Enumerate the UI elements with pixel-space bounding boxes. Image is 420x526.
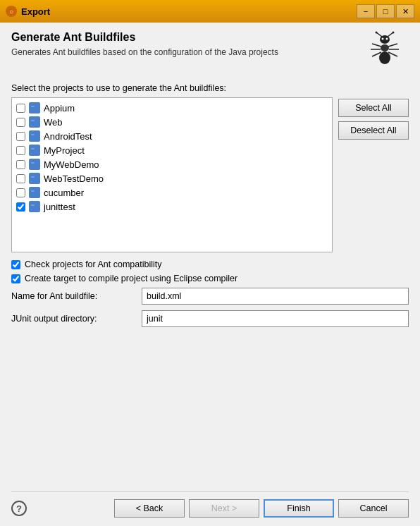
svg-point-7 — [393, 32, 395, 34]
svg-rect-29 — [31, 190, 35, 192]
project-icon — [29, 187, 40, 198]
project-icon — [29, 173, 40, 184]
project-name: cucumber — [44, 188, 84, 198]
svg-rect-21 — [31, 134, 35, 135]
create-target-checkbox[interactable] — [11, 274, 20, 283]
select-all-button[interactable]: Select All — [338, 99, 409, 117]
svg-rect-19 — [31, 120, 35, 121]
project-name: MyWebDemo — [44, 159, 99, 170]
project-icon — [29, 102, 40, 114]
projects-buttons: Select All Deselect All — [338, 97, 409, 252]
section-label: Select the projects to use to generate t… — [11, 83, 409, 93]
create-target-row: Create target to compile project using E… — [11, 274, 409, 283]
title-bar-left: ○ Export — [6, 6, 50, 17]
svg-point-3 — [379, 51, 390, 64]
list-item[interactable]: MyWebDemo — [16, 157, 328, 171]
minimize-button[interactable]: − — [357, 4, 375, 18]
list-item[interactable]: AndroidTest — [16, 129, 328, 143]
list-item[interactable]: MyProject — [16, 143, 328, 157]
project-name: AndroidTest — [44, 131, 92, 142]
buildfile-label: Name for Ant buildfile: — [11, 291, 142, 301]
project-icon — [29, 201, 40, 212]
svg-point-14 — [382, 38, 384, 40]
check-compatibility-row: Check projects for Ant compatibility — [11, 259, 409, 269]
svg-point-5 — [376, 32, 378, 34]
project-name: Appium — [44, 103, 75, 114]
buildfile-input[interactable] — [142, 288, 409, 305]
ant-svg — [364, 31, 406, 73]
project-name: Web — [44, 117, 63, 128]
project-icon — [29, 145, 40, 156]
svg-rect-27 — [31, 176, 35, 178]
project-name: WebTestDemo — [44, 173, 104, 184]
dialog-subtitle: Generates Ant buildfiles based on the co… — [11, 47, 278, 59]
project-name: junittest — [44, 202, 75, 212]
window-title: Export — [21, 6, 50, 17]
project-checkbox-3[interactable] — [16, 146, 25, 155]
project-checkbox-5[interactable] — [16, 174, 25, 183]
create-target-label: Create target to compile project using E… — [25, 274, 237, 283]
dialog-content: Generate Ant Buildfiles Generates Ant bu… — [0, 23, 420, 526]
deselect-all-button[interactable]: Deselect All — [338, 121, 409, 140]
junit-output-label: JUnit output directory: — [11, 314, 142, 324]
back-button[interactable]: < Back — [114, 499, 185, 518]
project-icon — [29, 159, 40, 170]
project-checkbox-0[interactable] — [16, 104, 25, 113]
window-controls: − □ ✕ — [357, 4, 414, 18]
project-checkbox-2[interactable] — [16, 132, 25, 141]
svg-point-15 — [386, 38, 388, 40]
svg-point-2 — [381, 44, 389, 51]
list-item[interactable]: junittest — [16, 200, 328, 214]
next-button[interactable]: Next > — [189, 499, 259, 518]
dialog-header: Generate Ant Buildfiles Generates Ant bu… — [11, 31, 409, 76]
nav-buttons: < Back Next > Finish Cancel — [114, 499, 409, 518]
junit-output-row: JUnit output directory: — [11, 310, 409, 327]
close-button[interactable]: ✕ — [396, 4, 414, 18]
buildfile-row: Name for Ant buildfile: — [11, 288, 409, 305]
cancel-button[interactable]: Cancel — [338, 499, 409, 518]
dialog-title: Generate Ant Buildfiles — [11, 31, 278, 44]
help-button[interactable]: ? — [11, 501, 27, 516]
project-checkbox-1[interactable] — [16, 118, 25, 127]
check-compatibility-checkbox[interactable] — [11, 260, 20, 269]
project-checkbox-6[interactable] — [16, 188, 25, 197]
project-checkbox-4[interactable] — [16, 160, 25, 169]
project-icon — [29, 130, 40, 142]
svg-rect-17 — [31, 106, 35, 107]
bottom-bar: ? < Back Next > Finish Cancel — [11, 491, 409, 518]
project-checkbox-7[interactable] — [16, 202, 25, 212]
svg-rect-25 — [31, 162, 35, 164]
title-bar: ○ Export − □ ✕ — [0, 0, 420, 23]
app-icon: ○ — [6, 6, 17, 17]
list-item[interactable]: cucumber — [16, 185, 328, 200]
junit-output-input[interactable] — [142, 310, 409, 327]
svg-rect-23 — [31, 148, 35, 149]
svg-rect-31 — [31, 204, 35, 206]
projects-area: AppiumWebAndroidTestMyProjectMyWebDemoWe… — [11, 97, 409, 252]
list-item[interactable]: Appium — [16, 101, 328, 115]
project-name: MyProject — [44, 145, 85, 156]
maximize-button[interactable]: □ — [376, 4, 395, 18]
header-left: Generate Ant Buildfiles Generates Ant bu… — [11, 31, 278, 59]
finish-button[interactable]: Finish — [264, 499, 334, 518]
ant-icon-image — [364, 31, 409, 76]
project-icon — [29, 116, 40, 128]
check-compatibility-label: Check projects for Ant compatibility — [25, 259, 162, 269]
list-item[interactable]: Web — [16, 115, 328, 129]
list-item[interactable]: WebTestDemo — [16, 171, 328, 185]
projects-list[interactable]: AppiumWebAndroidTestMyProjectMyWebDemoWe… — [11, 97, 333, 252]
